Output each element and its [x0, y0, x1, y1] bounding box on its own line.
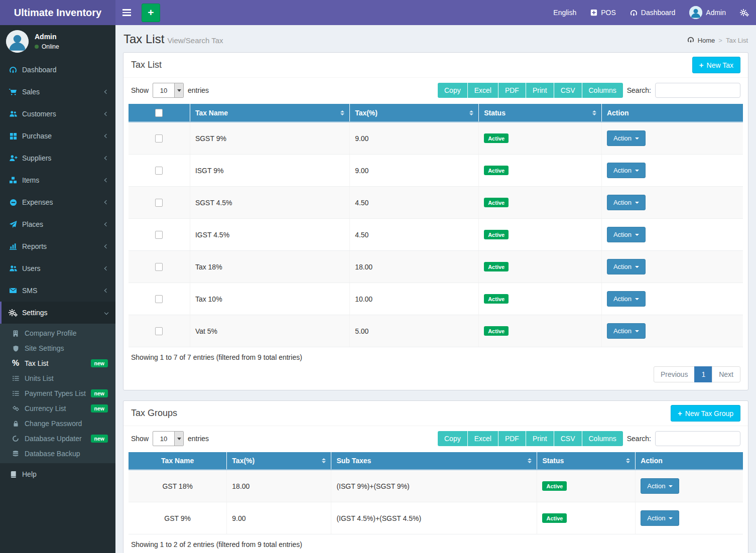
list-icon: [10, 375, 21, 382]
user-avatar-icon: [6, 30, 29, 53]
breadcrumb-home[interactable]: Home: [698, 37, 715, 44]
sidebar-item-settings[interactable]: Settings: [0, 302, 115, 324]
column-header-status[interactable]: Status: [479, 104, 602, 122]
sidebar-item-site-settings[interactable]: Site Settings: [0, 341, 115, 356]
sidebar-item-places[interactable]: Places: [0, 213, 115, 235]
action-dropdown-button[interactable]: Action: [607, 259, 646, 274]
csv-button[interactable]: CSV: [554, 431, 582, 446]
select-arrow-icon: [174, 432, 183, 446]
row-checkbox[interactable]: [155, 199, 163, 207]
new-tax-group-button[interactable]: + New Tax Group: [671, 405, 740, 422]
column-header-tax-rate[interactable]: Tax(%): [227, 452, 331, 470]
nav-user-menu[interactable]: Admin: [682, 0, 733, 25]
search-input[interactable]: [655, 83, 740, 98]
page-length-select[interactable]: 10: [153, 83, 184, 98]
nav-settings[interactable]: [733, 0, 756, 25]
nav-pos[interactable]: POS: [583, 0, 623, 25]
new-tax-button[interactable]: + New Tax: [692, 57, 740, 73]
column-header-sub-taxes[interactable]: Sub Taxes: [331, 452, 537, 470]
status-badge: Active: [484, 294, 509, 304]
copy-button[interactable]: Copy: [438, 83, 468, 98]
row-checkbox[interactable]: [155, 295, 163, 303]
row-checkbox[interactable]: [155, 134, 163, 143]
next-page-button[interactable]: Next: [712, 366, 740, 382]
previous-page-button[interactable]: Previous: [654, 366, 695, 382]
columns-button[interactable]: Columns: [582, 431, 623, 446]
column-header-tax-rate[interactable]: Tax(%): [350, 104, 479, 122]
brand-logo[interactable]: Ultimate Inventory: [0, 0, 115, 25]
select-all-checkbox[interactable]: [155, 109, 163, 117]
action-dropdown-button[interactable]: Action: [607, 163, 646, 178]
row-checkbox[interactable]: [155, 327, 163, 335]
columns-button[interactable]: Columns: [582, 83, 623, 98]
action-dropdown-button[interactable]: Action: [641, 478, 679, 494]
tax-rate-cell: 10.00: [350, 283, 479, 315]
sidebar-item-expenses[interactable]: Expenses: [0, 191, 115, 213]
pdf-button[interactable]: PDF: [498, 83, 526, 98]
sidebar-item-users[interactable]: Users: [0, 257, 115, 280]
row-checkbox[interactable]: [155, 263, 163, 271]
sidebar-toggle-icon[interactable]: [115, 0, 138, 25]
action-dropdown-button[interactable]: Action: [607, 195, 646, 210]
column-header-tax-name[interactable]: Tax Name: [190, 104, 349, 122]
sidebar-item-items[interactable]: Items: [0, 169, 115, 191]
print-button[interactable]: Print: [526, 431, 554, 446]
tax-rate-cell: 9.00: [227, 502, 331, 534]
select-all-header[interactable]: [129, 104, 190, 122]
pdf-button[interactable]: PDF: [498, 431, 526, 446]
sub-taxes-cell: (IGST 4.5%)+(SGST 4.5%): [331, 502, 537, 534]
column-header-status[interactable]: Status: [537, 452, 636, 470]
database-icon: [10, 450, 21, 458]
export-button-group: Copy Excel PDF Print CSV Columns: [438, 83, 623, 98]
copy-button[interactable]: Copy: [438, 431, 468, 446]
new-badge: new: [91, 359, 108, 367]
chevron-left-icon: [104, 156, 108, 160]
excel-button[interactable]: Excel: [468, 431, 498, 446]
action-dropdown-button[interactable]: Action: [607, 291, 646, 307]
row-checkbox[interactable]: [155, 231, 163, 239]
grid-icon: [8, 132, 19, 140]
print-button[interactable]: Print: [526, 83, 554, 98]
sub-taxes-cell: (ISGT 9%)+(SGST 9%): [331, 470, 537, 502]
sidebar-item-company-profile[interactable]: Company Profile: [0, 326, 115, 341]
csv-button[interactable]: CSV: [554, 83, 582, 98]
export-button-group: Copy Excel PDF Print CSV Columns: [438, 431, 623, 446]
sidebar-item-help[interactable]: Help: [0, 463, 115, 485]
status-badge: Active: [484, 198, 509, 207]
action-dropdown-button[interactable]: Action: [641, 510, 679, 526]
tax-name-cell: ISGT 9%: [190, 155, 349, 187]
page-1-button[interactable]: 1: [694, 366, 712, 382]
row-checkbox[interactable]: [155, 167, 163, 175]
sidebar-item-customers[interactable]: Customers: [0, 103, 115, 125]
sidebar-item-dashboard[interactable]: Dashboard: [0, 59, 115, 81]
sidebar-item-reports[interactable]: Reports: [0, 235, 115, 257]
excel-button[interactable]: Excel: [468, 83, 498, 98]
action-dropdown-button[interactable]: Action: [607, 227, 646, 242]
sidebar-item-units-list[interactable]: Units List: [0, 371, 115, 386]
nav-language[interactable]: English: [546, 0, 583, 25]
page-length-select[interactable]: 10: [153, 431, 184, 446]
column-header-tax-name[interactable]: Tax Name: [129, 452, 227, 470]
action-dropdown-button[interactable]: Action: [607, 323, 646, 339]
sidebar-item-currency-list[interactable]: Currency List new: [0, 401, 115, 416]
sidebar-item-suppliers[interactable]: Suppliers: [0, 147, 115, 169]
entries-label: entries: [188, 435, 209, 443]
tax-name-cell: SGST 4.5%: [190, 187, 349, 219]
quick-add-button[interactable]: +: [142, 4, 160, 22]
sidebar-item-tax-list[interactable]: % Tax List new: [0, 356, 115, 371]
sidebar-item-purchase[interactable]: Purchase: [0, 125, 115, 147]
column-header-action: Action: [601, 104, 743, 122]
column-header-action: Action: [636, 452, 743, 470]
search-input[interactable]: [655, 431, 740, 446]
minus-circle-icon: [8, 199, 19, 206]
sidebar-item-database-updater[interactable]: Database Updater new: [0, 431, 115, 446]
action-dropdown-button[interactable]: Action: [607, 130, 646, 146]
sidebar-item-sales[interactable]: Sales: [0, 81, 115, 103]
sidebar-item-payment-types-list[interactable]: Payment Types List new: [0, 386, 115, 401]
nav-dashboard[interactable]: Dashboard: [623, 0, 683, 25]
pagination: Previous 1 Next: [654, 366, 740, 382]
sidebar-item-database-backup[interactable]: Database Backup: [0, 446, 115, 461]
shield-icon: [10, 345, 21, 352]
sidebar-item-sms[interactable]: SMS: [0, 280, 115, 302]
sidebar-item-change-password[interactable]: Change Password: [0, 416, 115, 431]
